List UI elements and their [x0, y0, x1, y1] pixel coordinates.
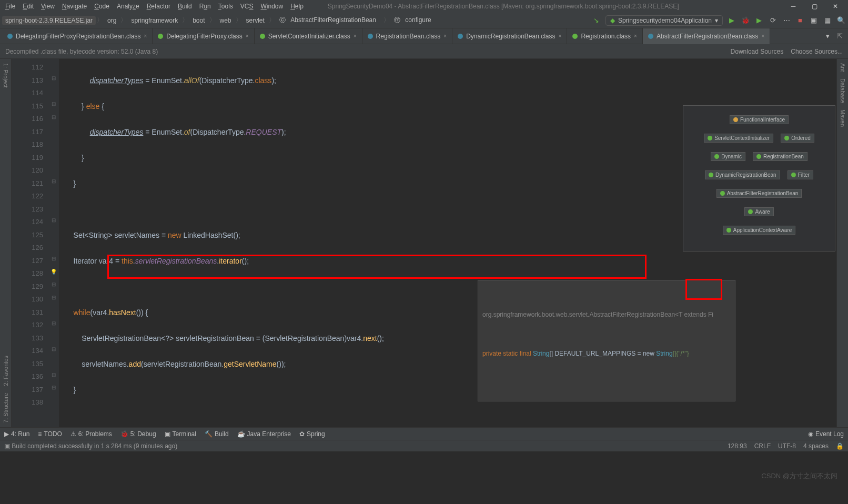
- hier-node-dynamic[interactable]: Dynamic: [711, 152, 745, 161]
- hier-node-filter[interactable]: Filter: [788, 170, 813, 179]
- banner-download-link[interactable]: Download Sources: [731, 48, 784, 55]
- line-number[interactable]: 137: [14, 384, 43, 397]
- status-line-sep[interactable]: CRLF: [754, 442, 771, 450]
- menu-analyze[interactable]: Analyze: [114, 2, 143, 11]
- line-number[interactable]: 134: [14, 345, 43, 358]
- tab-5[interactable]: Registration.class×: [567, 28, 643, 44]
- window-close[interactable]: ✕: [825, 0, 846, 13]
- menu-view[interactable]: View: [38, 2, 58, 11]
- status-encoding[interactable]: UTF-8: [778, 442, 796, 450]
- maven-tool[interactable]: Maven: [840, 109, 846, 127]
- menu-file[interactable]: File: [2, 2, 18, 11]
- build-hammer-icon[interactable]: ↘: [592, 16, 601, 25]
- hier-node-sci[interactable]: ServletContextInitializer: [704, 134, 773, 143]
- window-minimize[interactable]: ─: [783, 0, 804, 13]
- tool-java-enterprise[interactable]: ☕ Java Enterprise: [237, 430, 291, 438]
- crumb-jar[interactable]: spring-boot-2.3.9.RELEASE.jar: [2, 16, 96, 25]
- project-tool[interactable]: 1: Project: [3, 63, 9, 87]
- line-number[interactable]: 122: [14, 190, 43, 203]
- crumb-springframework[interactable]: springframework: [128, 16, 181, 25]
- coverage-icon[interactable]: ▶: [754, 16, 764, 25]
- hier-node-afrb[interactable]: AbstractFilterRegistrationBean: [716, 189, 802, 198]
- tool-build[interactable]: 🔨 Build: [205, 430, 229, 438]
- crumb-boot[interactable]: boot: [189, 16, 208, 25]
- hier-node-dynregbean[interactable]: DynamicRegistrationBean: [705, 170, 780, 179]
- search-icon[interactable]: 🔍: [836, 16, 846, 25]
- run-config-selector[interactable]: ◆ Springsecuritydemo04Application ▾: [605, 15, 723, 26]
- crumb-servlet[interactable]: servlet: [243, 16, 268, 25]
- line-number[interactable]: 118: [14, 138, 43, 152]
- menu-edit[interactable]: Edit: [19, 2, 37, 11]
- line-number[interactable]: 133: [14, 332, 43, 345]
- run-icon[interactable]: ▶: [727, 16, 736, 25]
- line-number[interactable]: 120: [14, 164, 43, 177]
- tab-4[interactable]: DynamicRegistrationBean.class×: [452, 28, 567, 44]
- event-log[interactable]: ◉ Event Log: [808, 430, 844, 438]
- line-number[interactable]: 126: [14, 241, 43, 255]
- hier-node-aca[interactable]: ApplicationContextAware: [723, 226, 796, 235]
- crumb-org[interactable]: org: [104, 16, 119, 25]
- tool-spring[interactable]: ✿ Spring: [299, 430, 325, 438]
- status-hide-icon[interactable]: ▣: [4, 442, 10, 450]
- menu-vcs[interactable]: VCS: [237, 2, 257, 11]
- structure-tool[interactable]: 7: Structure: [3, 393, 9, 423]
- update-icon[interactable]: ▣: [809, 16, 819, 25]
- tab-6[interactable]: AbstractFilterRegistrationBean.class×: [643, 28, 770, 44]
- window-maximize[interactable]: ▢: [804, 0, 825, 13]
- left-tool-stripe-lower[interactable]: 2: Favorites 7: Structure: [0, 238, 12, 427]
- line-number[interactable]: 112: [14, 61, 43, 74]
- tool-run[interactable]: ▶ 4: Run: [4, 430, 29, 438]
- tool-debug[interactable]: 🐞 5: Debug: [120, 430, 156, 438]
- tool-terminal[interactable]: ▣ Terminal: [165, 430, 196, 438]
- attach-icon[interactable]: ⋯: [782, 16, 791, 25]
- menu-run[interactable]: Run: [196, 2, 214, 11]
- menu-code[interactable]: Code: [91, 2, 113, 11]
- line-number[interactable]: 116: [14, 113, 43, 126]
- menu-refactor[interactable]: Refactor: [144, 2, 174, 11]
- status-lock-icon[interactable]: 🔒: [836, 442, 844, 450]
- line-number[interactable]: 138: [14, 396, 43, 409]
- class-hierarchy-panel[interactable]: FunctionalInterface ServletContextInitia…: [683, 105, 835, 251]
- menu-navigate[interactable]: Navigate: [59, 2, 90, 11]
- tab-0[interactable]: DelegatingFilterProxyRegistrationBean.cl…: [2, 28, 153, 44]
- line-number[interactable]: 117: [14, 126, 43, 139]
- crumb-class[interactable]: ⓒ AbstractFilterRegistrationBean: [276, 15, 382, 26]
- tabs-more-icon[interactable]: ▾: [822, 32, 834, 40]
- debug-icon[interactable]: 🐞: [741, 16, 750, 25]
- git-icon[interactable]: ▦: [823, 16, 832, 25]
- line-number[interactable]: 124: [14, 216, 43, 229]
- right-tool-stripe[interactable]: Ant Database Maven: [836, 59, 848, 427]
- tool-todo[interactable]: ≡ TODO: [38, 430, 62, 438]
- database-tool[interactable]: Database: [840, 78, 846, 103]
- status-position[interactable]: 128:93: [728, 442, 747, 450]
- line-number[interactable]: 113: [14, 74, 43, 87]
- tabs-expand-icon[interactable]: ⇱: [834, 32, 846, 40]
- crumb-web[interactable]: web: [217, 16, 235, 25]
- hier-node-regbean[interactable]: RegistrationBean: [753, 152, 807, 161]
- tab-2[interactable]: ServletContextInitializer.class×: [255, 28, 362, 44]
- intention-bulb-icon[interactable]: 💡: [48, 265, 59, 278]
- hier-node-ordered[interactable]: Ordered: [781, 134, 814, 143]
- line-number[interactable]: 121: [14, 177, 43, 190]
- hier-node-aware[interactable]: Aware: [744, 207, 773, 216]
- line-number[interactable]: 136: [14, 370, 43, 384]
- line-number[interactable]: 135: [14, 358, 43, 371]
- line-number[interactable]: 123: [14, 203, 43, 216]
- line-number[interactable]: 127: [14, 255, 43, 268]
- menu-tools[interactable]: Tools: [215, 2, 236, 11]
- menu-help[interactable]: Help: [287, 2, 307, 11]
- line-number[interactable]: 128: [14, 267, 43, 280]
- banner-choose-link[interactable]: Choose Sources...: [791, 48, 843, 55]
- line-number[interactable]: 131: [14, 306, 43, 319]
- line-number[interactable]: 132: [14, 319, 43, 332]
- line-number[interactable]: 125: [14, 229, 43, 242]
- line-number[interactable]: 114: [14, 87, 43, 100]
- line-number[interactable]: 130: [14, 293, 43, 306]
- tab-1[interactable]: DelegatingFilterProxy.class×: [153, 28, 254, 44]
- line-number[interactable]: 115: [14, 100, 43, 113]
- profile-icon[interactable]: ⟳: [768, 16, 778, 25]
- line-number[interactable]: 119: [14, 152, 43, 165]
- menu-build[interactable]: Build: [175, 2, 195, 11]
- line-number[interactable]: 129: [14, 280, 43, 294]
- status-indent[interactable]: 4 spaces: [803, 442, 829, 450]
